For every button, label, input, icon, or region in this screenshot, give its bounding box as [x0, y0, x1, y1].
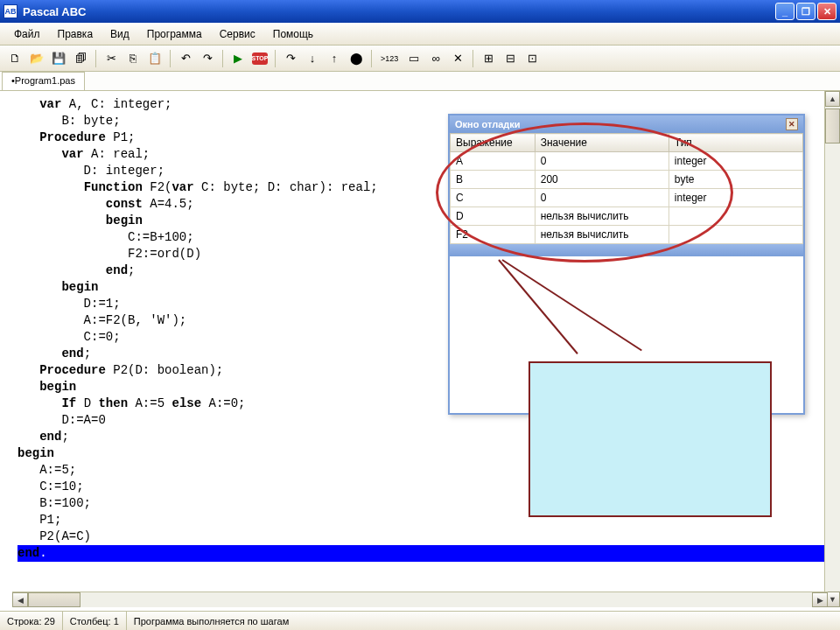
- menu-edit[interactable]: Правка: [51, 24, 101, 44]
- toolbar-separator: [275, 50, 276, 67]
- debug-selection-bar: [450, 244, 803, 256]
- scroll-left-button[interactable]: ◀: [12, 592, 28, 607]
- redo-button[interactable]: ↷: [198, 49, 217, 68]
- callout-box: [528, 361, 772, 517]
- save-button[interactable]: 💾: [49, 49, 68, 68]
- window-titlebar: AB Pascal ABC _ ❐ ✕: [0, 0, 840, 23]
- minimize-button[interactable]: _: [775, 3, 794, 20]
- debug-cell: byte: [668, 171, 802, 189]
- tool-window-3[interactable]: ✕: [448, 49, 467, 68]
- scroll-track[interactable]: [28, 592, 812, 607]
- debug-window-titlebar[interactable]: Окно отладки ✕: [450, 116, 803, 133]
- debug-cell: integer: [668, 189, 802, 207]
- toolbar-separator: [222, 50, 223, 67]
- save-all-button[interactable]: 🗐: [71, 49, 90, 68]
- toolbar-separator: [371, 50, 372, 67]
- scroll-up-button[interactable]: ▲: [825, 91, 840, 107]
- menu-view[interactable]: Вид: [103, 24, 136, 44]
- status-message: Программа выполняется по шагам: [127, 612, 840, 630]
- debug-close-button[interactable]: ✕: [786, 118, 798, 130]
- app-icon: AB: [4, 4, 18, 18]
- step-button-2[interactable]: ↓: [303, 49, 322, 68]
- undo-button[interactable]: ↶: [176, 49, 195, 68]
- debug-cell: 0: [535, 152, 668, 171]
- code-line[interactable]: end.: [18, 545, 835, 562]
- step-button-1[interactable]: ↷: [281, 49, 300, 68]
- window-title: Pascal ABC: [23, 5, 775, 18]
- toolbar-separator: [170, 50, 171, 67]
- new-file-button[interactable]: 🗋: [5, 49, 24, 68]
- status-column: Столбец: 1: [63, 612, 127, 630]
- debug-header-type[interactable]: Тип: [668, 134, 802, 152]
- scroll-thumb[interactable]: [825, 108, 840, 144]
- cut-button[interactable]: ✂: [102, 49, 121, 68]
- statusbar: Строка: 29 Столбец: 1 Программа выполняе…: [0, 611, 840, 630]
- debug-cell: [668, 226, 802, 244]
- open-file-button[interactable]: 📂: [27, 49, 46, 68]
- code-line[interactable]: P2(A=C): [18, 528, 835, 545]
- debug-cell: B: [451, 171, 536, 189]
- tool-window-1[interactable]: ▭: [404, 49, 424, 68]
- stop-button[interactable]: STOP: [250, 49, 270, 68]
- debug-cell: integer: [668, 152, 802, 171]
- window-controls: _ ❐ ✕: [775, 3, 836, 20]
- debug-row[interactable]: A0integer: [451, 152, 803, 171]
- debug-cell: A: [451, 152, 536, 171]
- vertical-scrollbar[interactable]: ▲ ▼: [824, 91, 840, 607]
- run-button[interactable]: ▶: [228, 49, 248, 68]
- debug-row[interactable]: Dнельзя вычислить: [451, 207, 803, 226]
- debug-cell: нельзя вычислить: [535, 226, 668, 244]
- breakpoint-button[interactable]: ⬤: [346, 49, 366, 68]
- debug-cell: 200: [535, 171, 668, 189]
- menubar: Файл Правка Вид Программа Сервис Помощь: [0, 23, 840, 46]
- code-line[interactable]: var A, C: integer;: [18, 96, 835, 113]
- tool-x123[interactable]: >123: [377, 49, 402, 68]
- horizontal-scrollbar[interactable]: ◀ ▶: [12, 592, 828, 607]
- tool-extra-3[interactable]: ⊡: [522, 49, 542, 68]
- file-tab[interactable]: •Program1.pas: [2, 72, 85, 90]
- debug-header-value[interactable]: Значение: [535, 134, 668, 152]
- tabbar: •Program1.pas: [0, 72, 840, 91]
- menu-file[interactable]: Файл: [7, 24, 47, 44]
- debug-cell: D: [451, 207, 536, 226]
- tool-extra-1[interactable]: ⊞: [479, 49, 498, 68]
- debug-cell: C: [451, 189, 536, 207]
- debug-cell: F2: [451, 226, 536, 244]
- tool-window-2[interactable]: ∞: [426, 49, 445, 68]
- debug-header-row: Выражение Значение Тип: [451, 134, 803, 152]
- debug-cell: 0: [535, 189, 668, 207]
- debug-header-expr[interactable]: Выражение: [451, 134, 536, 152]
- close-button[interactable]: ✕: [817, 3, 836, 20]
- menu-program[interactable]: Программа: [140, 24, 209, 44]
- debug-row[interactable]: C0integer: [451, 189, 803, 207]
- debug-row[interactable]: F2нельзя вычислить: [451, 226, 803, 244]
- debug-row[interactable]: B200byte: [451, 171, 803, 189]
- debug-cell: нельзя вычислить: [535, 207, 668, 226]
- menu-help[interactable]: Помощь: [266, 24, 320, 44]
- step-button-3[interactable]: ↑: [325, 49, 344, 68]
- toolbar-separator: [472, 50, 473, 67]
- tool-extra-2[interactable]: ⊟: [500, 49, 520, 68]
- menu-service[interactable]: Сервис: [213, 24, 262, 44]
- toolbar-separator: [95, 50, 96, 67]
- stop-icon: STOP: [252, 52, 268, 65]
- paste-button[interactable]: 📋: [145, 49, 164, 68]
- scroll-right-button[interactable]: ▶: [812, 592, 828, 607]
- maximize-button[interactable]: ❐: [796, 3, 816, 20]
- debug-window-title: Окно отладки: [455, 119, 786, 130]
- debug-cell: [668, 207, 802, 226]
- status-line: Строка: 29: [0, 612, 63, 630]
- toolbar: 🗋 📂 💾 🗐 ✂ ⎘ 📋 ↶ ↷ ▶ STOP ↷ ↓ ↑ ⬤ >123 ▭ …: [0, 46, 840, 72]
- debug-table: Выражение Значение Тип A0integerB200byte…: [450, 133, 803, 244]
- copy-button[interactable]: ⎘: [123, 49, 143, 68]
- scroll-thumb[interactable]: [28, 592, 80, 607]
